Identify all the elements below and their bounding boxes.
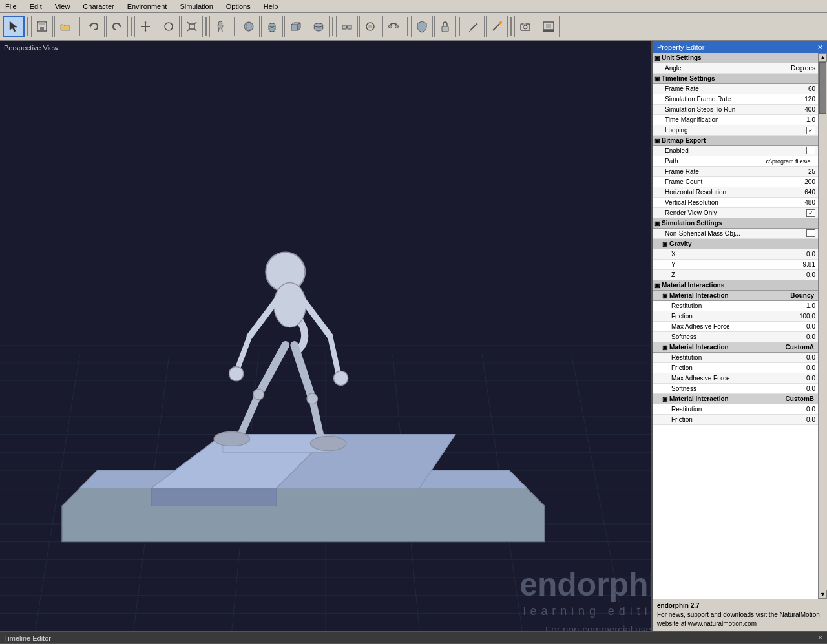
- enabled-row: Enabled: [653, 146, 818, 156]
- property-editor-title: Property Editor ✕: [653, 41, 827, 53]
- svg-point-35: [395, 25, 399, 28]
- collapse-icon: ▣: [662, 344, 668, 351]
- pencil-button[interactable]: [463, 16, 485, 37]
- property-scrollbar[interactable]: ▲ ▼: [818, 53, 827, 599]
- svg-marker-9: [144, 30, 147, 32]
- close-icon[interactable]: ✕: [817, 43, 823, 52]
- menu-environment[interactable]: Environment: [125, 1, 170, 12]
- svg-rect-24: [291, 25, 298, 30]
- menu-view[interactable]: View: [52, 1, 73, 12]
- collapse-icon: ▣: [654, 55, 660, 61]
- gravity-x-row: X 0.0: [653, 249, 818, 260]
- capsule-object-button[interactable]: [261, 16, 283, 37]
- character-button[interactable]: [209, 16, 231, 37]
- svg-line-17: [218, 28, 219, 32]
- bouncy-adhesive-row: Max Adhesive Force 0.0: [653, 322, 818, 332]
- svg-point-95: [253, 389, 264, 400]
- toolbar-separator-5: [234, 17, 235, 36]
- customb-restitution-row: Restitution 0.0: [653, 404, 818, 415]
- save-button[interactable]: [31, 16, 53, 37]
- menu-bar: File Edit View Character Environment Sim…: [0, 0, 827, 13]
- svg-point-23: [269, 28, 275, 32]
- gravity-section[interactable]: ▣ Gravity: [653, 239, 818, 249]
- timeline-settings-section[interactable]: ▣ Timeline Settings: [653, 74, 818, 84]
- customb-section[interactable]: ▣ Material Interaction CustomB: [653, 394, 818, 404]
- viewport[interactable]: Perspective View: [0, 41, 653, 631]
- customa-section[interactable]: ▣ Material Interaction CustomA: [653, 342, 818, 353]
- sphere-object-button[interactable]: [238, 16, 260, 37]
- scroll-up-button[interactable]: ▲: [819, 53, 827, 62]
- collapse-icon: ▣: [654, 138, 660, 144]
- bouncy-section[interactable]: ▣ Material Interaction Bouncy: [653, 291, 818, 301]
- svg-marker-0: [10, 21, 17, 32]
- svg-marker-4: [89, 25, 92, 28]
- svg-marker-8: [144, 21, 147, 23]
- menu-simulation[interactable]: Simulation: [177, 1, 215, 12]
- customa-restitution-row: Restitution 0.0: [653, 353, 818, 363]
- redo-button[interactable]: [106, 16, 128, 37]
- collapse-icon: ▣: [662, 293, 668, 299]
- menu-character[interactable]: Character: [80, 1, 116, 12]
- collapse-icon: ▣: [654, 282, 660, 289]
- main-area: Perspective View: [0, 41, 827, 631]
- svg-point-19: [244, 22, 253, 31]
- customa-adhesive-row: Max Adhesive Force 0.0: [653, 373, 818, 384]
- svg-rect-2: [39, 22, 45, 25]
- screenshot-button[interactable]: [514, 16, 536, 37]
- shield-button[interactable]: [411, 16, 433, 37]
- bitmap-frame-rate-row: Frame Rate 25: [653, 167, 818, 177]
- svg-text:endorphin: endorphin: [519, 566, 651, 603]
- camera-button[interactable]: [359, 16, 381, 37]
- open-button[interactable]: [54, 16, 76, 37]
- collapse-icon: ▣: [654, 220, 660, 227]
- svg-point-93: [229, 367, 244, 381]
- toolbar-separator-2: [79, 17, 80, 36]
- constraint-button[interactable]: [336, 16, 358, 37]
- svg-point-42: [499, 21, 502, 24]
- scroll-down-button[interactable]: ▼: [819, 590, 827, 599]
- material-interactions-section[interactable]: ▣ Material Interactions: [653, 280, 818, 291]
- simulation-settings-section[interactable]: ▣ Simulation Settings: [653, 218, 818, 229]
- svg-rect-30: [348, 25, 351, 29]
- svg-text:For non-commercial use: For non-commercial use: [545, 624, 651, 631]
- timeline-close-icon[interactable]: ✕: [817, 634, 823, 642]
- svg-point-22: [269, 23, 275, 27]
- unit-settings-section[interactable]: ▣ Unit Settings: [653, 53, 818, 63]
- svg-marker-79: [151, 488, 277, 506]
- svg-line-18: [222, 28, 222, 32]
- svg-point-92: [310, 436, 346, 450]
- oval-object-button[interactable]: [308, 16, 330, 37]
- collapse-icon: ▣: [662, 241, 668, 247]
- scroll-thumb[interactable]: [819, 62, 826, 114]
- undo-button[interactable]: [83, 16, 105, 37]
- select-tool-button[interactable]: [3, 16, 25, 37]
- toolbar-separator-8: [459, 17, 460, 36]
- wand-button[interactable]: [486, 16, 508, 37]
- svg-point-16: [218, 21, 222, 25]
- toolbar: [0, 13, 827, 41]
- path-row: Path c:\program files\e...: [653, 156, 818, 167]
- menu-options[interactable]: Options: [224, 1, 253, 12]
- menu-file[interactable]: File: [3, 1, 19, 12]
- menu-edit[interactable]: Edit: [27, 1, 45, 12]
- bitmap-export-section[interactable]: ▣ Bitmap Export: [653, 136, 818, 146]
- svg-text:learning edition: learning edition: [523, 605, 651, 618]
- toolbar-separator-4: [205, 17, 207, 36]
- box-object-button[interactable]: [284, 16, 306, 37]
- timeline: Timeline Editor ✕ ⊞ prop02 ⊞ prop01 ⊞ ch…: [0, 631, 827, 644]
- render-button[interactable]: [538, 16, 560, 37]
- toolbar-separator-3: [131, 17, 132, 36]
- non-spherical-row: Non-Spherical Mass Obj...: [653, 229, 818, 239]
- scale-button[interactable]: [181, 16, 203, 37]
- viewport-label: Perspective View: [4, 44, 58, 52]
- lock-button[interactable]: [434, 16, 456, 37]
- rotate-button[interactable]: [158, 16, 180, 37]
- chain-button[interactable]: [382, 16, 404, 37]
- looping-row: Looping: [653, 125, 818, 136]
- svg-rect-36: [442, 26, 448, 32]
- menu-help[interactable]: Help: [261, 1, 281, 12]
- customa-softness-row: Softness 0.0: [653, 384, 818, 394]
- svg-rect-48: [546, 24, 551, 28]
- svg-line-14: [187, 29, 189, 31]
- translate-button[interactable]: [134, 16, 156, 37]
